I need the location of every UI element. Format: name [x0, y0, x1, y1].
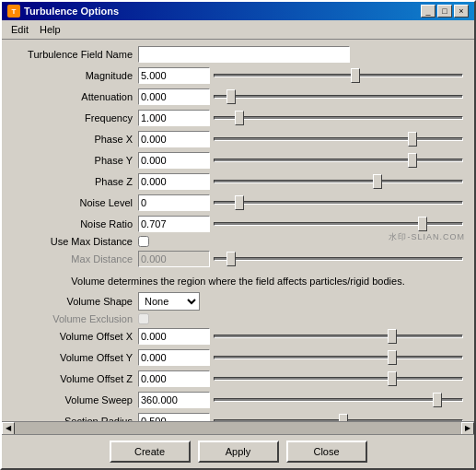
apply-button[interactable]: Apply — [198, 441, 279, 463]
volume-offset-x-slider[interactable] — [210, 328, 467, 345]
magnitude-row: Magnitude — [9, 66, 467, 85]
volume-exclusion-row: Volume Exclusion — [9, 313, 467, 324]
use-max-distance-label: Use Max Distance — [9, 236, 138, 247]
section-radius-slider[interactable] — [210, 413, 467, 421]
frequency-slider[interactable] — [210, 110, 467, 126]
volume-shape-row: Volume Shape None Cube Sphere Cylinder C… — [9, 292, 467, 311]
turbulence-options-window: T Turbulence Options _ □ × Edit Help Tur… — [0, 0, 476, 470]
volume-sweep-input[interactable] — [138, 392, 210, 408]
noise-ratio-input[interactable] — [138, 216, 210, 232]
title-bar-text: T Turbulence Options — [7, 5, 119, 18]
volume-offset-z-slider[interactable] — [210, 370, 467, 387]
phase-z-label: Phase Z — [9, 176, 138, 187]
scroll-right-button[interactable]: ▶ — [461, 422, 474, 435]
phase-y-label: Phase Y — [9, 155, 138, 166]
noise-level-slider[interactable] — [210, 194, 467, 211]
noise-ratio-label: Noise Ratio — [9, 218, 138, 229]
use-max-distance-checkbox[interactable] — [138, 236, 149, 247]
scroll-left-button[interactable]: ◀ — [2, 422, 15, 435]
volume-offset-y-slider[interactable] — [210, 349, 467, 366]
attenuation-row: Attenuation — [9, 88, 467, 106]
attenuation-label: Attenuation — [9, 91, 138, 102]
magnitude-input[interactable] — [138, 67, 210, 84]
max-distance-label: Max Distance — [9, 253, 138, 264]
watermark: 水印-SLIAN.COM — [389, 231, 465, 243]
turbulence-field-name-input[interactable] — [138, 46, 350, 63]
volume-offset-x-row: Volume Offset X — [9, 327, 467, 346]
phase-z-slider[interactable] — [210, 173, 467, 190]
phase-y-slider[interactable] — [210, 152, 467, 169]
menu-help[interactable]: Help — [34, 22, 66, 37]
noise-level-input[interactable] — [138, 194, 210, 211]
noise-level-row: Noise Level — [9, 194, 467, 212]
attenuation-input[interactable] — [138, 88, 210, 105]
phase-x-row: Phase X — [9, 130, 467, 148]
section-radius-input[interactable] — [138, 413, 210, 421]
volume-sweep-label: Volume Sweep — [9, 394, 138, 405]
noise-level-label: Noise Level — [9, 197, 138, 208]
volume-offset-x-input[interactable] — [138, 328, 210, 345]
menu-edit[interactable]: Edit — [6, 22, 34, 37]
max-distance-row: Max Distance — [9, 250, 467, 268]
phase-z-input[interactable] — [138, 173, 210, 190]
frequency-label: Frequency — [9, 112, 138, 123]
phase-y-input[interactable] — [138, 152, 210, 169]
phase-x-label: Phase X — [9, 134, 138, 145]
volume-offset-x-label: Volume Offset X — [9, 331, 138, 342]
close-button-bottom[interactable]: Close — [286, 441, 367, 463]
volume-sweep-row: Volume Sweep — [9, 391, 467, 409]
menu-bar: Edit Help — [2, 20, 474, 40]
volume-shape-label: Volume Shape — [9, 296, 138, 307]
phase-z-row: Phase Z — [9, 172, 467, 191]
volume-offset-z-row: Volume Offset Z — [9, 370, 467, 388]
title-bar: T Turbulence Options _ □ × — [2, 2, 474, 20]
attenuation-slider[interactable] — [210, 88, 467, 105]
section-radius-row: Section Radius — [9, 412, 467, 421]
magnitude-slider[interactable] — [210, 67, 467, 84]
form-content: Turbulence Field Name Magnitude Attenuat… — [2, 40, 474, 421]
volume-exclusion-label: Volume Exclusion — [9, 313, 138, 324]
volume-offset-y-label: Volume Offset Y — [9, 352, 138, 363]
title-controls: _ □ × — [421, 5, 469, 18]
volume-offset-y-row: Volume Offset Y — [9, 348, 467, 367]
volume-sweep-slider[interactable] — [210, 392, 467, 408]
minimize-button[interactable]: _ — [421, 5, 435, 18]
bottom-bar: Create Apply Close — [2, 434, 474, 468]
magnitude-label: Magnitude — [9, 70, 138, 81]
max-distance-input[interactable] — [138, 251, 210, 267]
volume-offset-y-input[interactable] — [138, 349, 210, 366]
frequency-row: Frequency — [9, 109, 467, 127]
scrollbar-track[interactable] — [15, 422, 461, 434]
turbulence-field-name-row: Turbulence Field Name — [9, 45, 467, 64]
app-icon: T — [7, 5, 20, 18]
volume-exclusion-checkbox[interactable] — [138, 313, 149, 324]
horizontal-scrollbar[interactable]: ◀ ▶ — [2, 421, 474, 434]
noise-ratio-row: Noise Ratio 水印-SLIAN.COM — [9, 215, 467, 233]
close-button[interactable]: × — [454, 5, 469, 18]
frequency-input[interactable] — [138, 110, 210, 126]
turbulence-field-name-label: Turbulence Field Name — [9, 49, 138, 60]
phase-x-input[interactable] — [138, 131, 210, 147]
phase-y-row: Phase Y — [9, 151, 467, 170]
max-distance-slider[interactable] — [210, 251, 467, 267]
noise-ratio-slider[interactable]: 水印-SLIAN.COM — [210, 216, 467, 232]
maximize-button[interactable]: □ — [437, 5, 452, 18]
volume-offset-z-input[interactable] — [138, 370, 210, 387]
volume-offset-z-label: Volume Offset Z — [9, 373, 138, 384]
volume-shape-select[interactable]: None Cube Sphere Cylinder Cone Torus — [138, 292, 200, 311]
create-button[interactable]: Create — [110, 441, 191, 463]
section-text: Volume determines the region where the f… — [9, 272, 467, 290]
phase-x-slider[interactable] — [210, 131, 467, 147]
